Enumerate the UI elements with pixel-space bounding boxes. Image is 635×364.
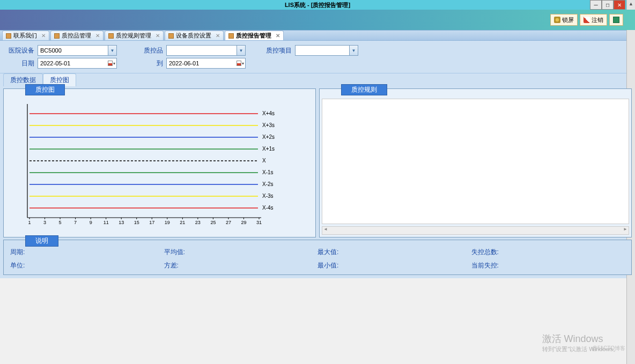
date-from-value: 2022-05-01 <box>40 60 70 66</box>
doc-icon <box>168 33 174 39</box>
doc-icon <box>6 33 11 39</box>
window-title: LIS系统 - [质控报告管理] <box>285 1 350 9</box>
tab-label: 设备质控设置 <box>176 32 211 40</box>
summary-variance: 方差: <box>164 261 318 270</box>
svg-text:19: 19 <box>165 220 170 225</box>
qc-label: 质控品 <box>134 46 163 55</box>
rules-list <box>322 99 629 224</box>
close-icon[interactable]: ✕ <box>276 33 280 39</box>
doc-icon <box>54 33 60 39</box>
close-icon[interactable]: ✕ <box>216 33 220 39</box>
maximize-button[interactable]: □ <box>602 0 614 10</box>
summary-max: 最大值: <box>318 248 471 257</box>
summary-wrap: 说明 周期: 平均值: 最大值: 失控总数: 单位: 方差: 最小值: 当前失控… <box>0 240 635 278</box>
summary-title: 说明 <box>25 235 58 247</box>
svg-text:9: 9 <box>90 220 92 225</box>
logout-label: 注销 <box>592 16 603 24</box>
window-controls: ─ □ ✕ <box>590 0 625 10</box>
svg-text:X+2s: X+2s <box>262 134 275 140</box>
tab-contact[interactable]: 联系我们 ✕ <box>2 31 49 40</box>
svg-text:31: 31 <box>256 220 262 225</box>
svg-text:11: 11 <box>104 220 109 225</box>
doc-icon <box>108 33 114 39</box>
calendar-icon[interactable]: ▾ <box>237 60 244 67</box>
item-label: 质控项目 <box>263 46 292 55</box>
horizontal-scrollbar[interactable] <box>322 226 629 235</box>
rules-panel-title: 质控规则 <box>341 84 387 95</box>
summary-unit: 单位: <box>10 261 164 270</box>
svg-text:X+1s: X+1s <box>262 146 275 152</box>
svg-text:7: 7 <box>74 220 77 225</box>
summary-period: 周期: <box>10 248 164 257</box>
close-icon[interactable]: ✕ <box>95 33 100 39</box>
svg-text:25: 25 <box>210 220 216 225</box>
date-to-value: 2022-06-01 <box>169 60 199 66</box>
close-icon[interactable]: ✕ <box>156 33 160 39</box>
item-dropdown[interactable]: ▼ <box>295 45 358 56</box>
tab-label: 质控规则管理 <box>116 32 151 40</box>
svg-text:29: 29 <box>241 220 246 225</box>
rules-panel: 质控规则 <box>319 88 632 237</box>
tab-qc-product[interactable]: 质控品管理 ✕ <box>50 31 104 40</box>
svg-text:15: 15 <box>134 220 139 225</box>
chevron-down-icon[interactable]: ▼ <box>237 46 245 55</box>
svg-text:1: 1 <box>28 220 31 225</box>
date-label: 日期 <box>5 59 34 68</box>
qc-dropdown[interactable]: ▼ <box>166 45 246 56</box>
logout-button[interactable]: 注销 <box>580 14 607 26</box>
logout-icon <box>584 17 590 23</box>
chevron-down-icon[interactable]: ▼ <box>349 46 358 55</box>
document-tabs: 联系我们 ✕ 质控品管理 ✕ 质控规则管理 ✕ 设备质控设置 ✕ 质控报告管理 … <box>0 30 635 41</box>
tab-device-qc[interactable]: 设备质控设置 ✕ <box>165 31 224 40</box>
main-area: 质控图 X+4sX+3sX+2sX+1sXX-1sX-2sX-3sX-4s135… <box>0 86 635 240</box>
tab-qc-report[interactable]: 质控报告管理 ✕ <box>225 31 284 40</box>
calendar-icon[interactable]: ▾ <box>108 60 115 67</box>
close-icon[interactable]: ✕ <box>41 33 46 39</box>
summary-mean: 平均值: <box>164 248 318 257</box>
ribbon-toolbar: 锁屏 注销 <box>0 10 635 30</box>
tab-label: 质控品管理 <box>62 32 91 40</box>
svg-text:3: 3 <box>43 220 46 225</box>
svg-text:X-1s: X-1s <box>262 169 274 175</box>
filter-form: 医院设备 BC5000 ▼ 质控品 ▼ 质控项目 ▼ 日期 2022-05-01… <box>0 41 635 73</box>
svg-text:21: 21 <box>180 220 185 225</box>
lock-button[interactable]: 锁屏 <box>550 14 578 26</box>
device-dropdown[interactable]: BC5000 ▼ <box>38 45 117 56</box>
corner-credit: @51CTO博客 <box>592 345 625 352</box>
summary-panel: 说明 周期: 平均值: 最大值: 失控总数: 单位: 方差: 最小值: 当前失控… <box>3 240 632 275</box>
lock-label: 锁屏 <box>562 16 574 24</box>
watermark-line1: 激活 Windows <box>542 333 603 344</box>
svg-text:X+4s: X+4s <box>262 110 275 116</box>
svg-text:17: 17 <box>149 220 154 225</box>
svg-text:13: 13 <box>119 220 124 225</box>
lock-icon <box>554 17 560 23</box>
chevron-down-icon[interactable]: ▼ <box>108 46 116 55</box>
svg-text:X: X <box>262 158 266 164</box>
svg-text:X-2s: X-2s <box>262 181 274 187</box>
tool-button[interactable] <box>609 14 623 26</box>
to-label: 到 <box>134 59 163 68</box>
summary-fail-total: 失控总数: <box>471 248 625 257</box>
svg-text:27: 27 <box>226 220 231 225</box>
close-button[interactable]: ✕ <box>614 0 625 10</box>
device-label: 医院设备 <box>5 46 34 55</box>
minimize-button[interactable]: ─ <box>590 0 602 10</box>
tab-qc-rule[interactable]: 质控规则管理 ✕ <box>105 31 164 40</box>
qc-chart: X+4sX+3sX+2sX+1sXX-1sX-2sX-3sX-4s1357911… <box>9 100 277 228</box>
svg-text:X-4s: X-4s <box>262 205 274 211</box>
tab-label: 联系我们 <box>13 32 37 40</box>
svg-text:23: 23 <box>195 220 201 225</box>
titlebar: LIS系统 - [质控报告管理] ─ □ ✕ <box>0 0 635 10</box>
date-to-input[interactable]: 2022-06-01 ▾ <box>166 58 246 69</box>
doc-icon <box>228 33 234 39</box>
subtabs: 质控数据 质控图 <box>0 73 635 86</box>
tool-icon <box>613 17 619 23</box>
summary-min: 最小值: <box>318 261 471 270</box>
chart-panel-title: 质控图 <box>25 84 65 95</box>
svg-text:5: 5 <box>59 220 62 225</box>
chart-panel: 质控图 X+4sX+3sX+2sX+1sXX-1sX-2sX-3sX-4s135… <box>3 88 316 237</box>
date-from-input[interactable]: 2022-05-01 ▾ <box>38 58 117 69</box>
summary-fail-current: 当前失控: <box>471 261 625 270</box>
svg-text:X-3s: X-3s <box>262 193 274 199</box>
svg-text:X+3s: X+3s <box>262 122 275 128</box>
